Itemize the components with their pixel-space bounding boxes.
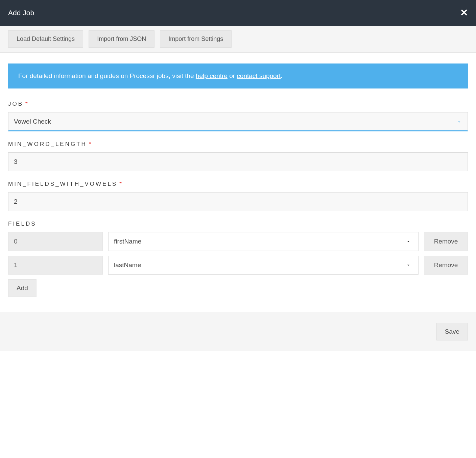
min-fields-vowels-input[interactable] [8, 192, 468, 211]
min-fields-vowels-label-text: MIN_FIELDS_WITH_VOWELS [8, 181, 117, 187]
close-icon[interactable]: ✕ [460, 8, 468, 18]
field-index: 1 [8, 256, 103, 275]
fields-section: FIELDS 0 firstName Remove 1 lastName [8, 221, 468, 297]
add-button[interactable]: Add [8, 279, 37, 297]
remove-button[interactable]: Remove [424, 232, 468, 251]
banner-text-mid: or [228, 72, 237, 79]
field-select[interactable]: lastName [109, 256, 418, 274]
load-default-settings-button[interactable]: Load Default Settings [8, 30, 83, 48]
min-word-length-group: MIN_WORD_LENGTH* [8, 141, 468, 171]
toolbar: Load Default Settings Import from JSON I… [0, 26, 476, 53]
min-word-length-label: MIN_WORD_LENGTH* [8, 141, 468, 148]
job-label: JOB* [8, 101, 468, 107]
field-select-wrapper: lastName [108, 256, 419, 275]
min-fields-vowels-group: MIN_FIELDS_WITH_VOWELS* [8, 181, 468, 211]
save-button[interactable]: Save [436, 323, 468, 340]
modal-header: Add Job ✕ [0, 0, 476, 26]
help-centre-link[interactable]: help centre [196, 72, 228, 79]
import-from-settings-button[interactable]: Import from Settings [160, 30, 232, 48]
required-star-icon: * [25, 101, 29, 107]
job-select[interactable]: Vowel Check [8, 112, 468, 131]
min-word-length-input[interactable] [8, 152, 468, 171]
field-select[interactable]: firstName [109, 232, 418, 250]
field-row: 1 lastName Remove [8, 256, 468, 275]
import-from-json-button[interactable]: Import from JSON [89, 30, 154, 48]
info-banner: For detailed information and guides on P… [8, 63, 468, 88]
field-select-wrapper: firstName [108, 232, 419, 251]
required-star-icon: * [119, 181, 123, 187]
modal-footer: Save [0, 312, 476, 351]
modal-title: Add Job [8, 9, 34, 17]
content-area: For detailed information and guides on P… [0, 53, 476, 312]
job-select-wrapper: Vowel Check [8, 112, 468, 131]
job-label-text: JOB [8, 101, 23, 107]
banner-text-pre: For detailed information and guides on P… [18, 72, 196, 79]
fields-label: FIELDS [8, 221, 468, 227]
contact-support-link[interactable]: contact support [237, 72, 281, 79]
field-index: 0 [8, 232, 103, 251]
field-row: 0 firstName Remove [8, 232, 468, 251]
job-group: JOB* Vowel Check [8, 101, 468, 131]
banner-text-end: . [281, 72, 282, 79]
min-fields-vowels-label: MIN_FIELDS_WITH_VOWELS* [8, 181, 468, 187]
required-star-icon: * [89, 141, 93, 147]
min-word-length-label-text: MIN_WORD_LENGTH [8, 141, 87, 147]
remove-button[interactable]: Remove [424, 256, 468, 275]
